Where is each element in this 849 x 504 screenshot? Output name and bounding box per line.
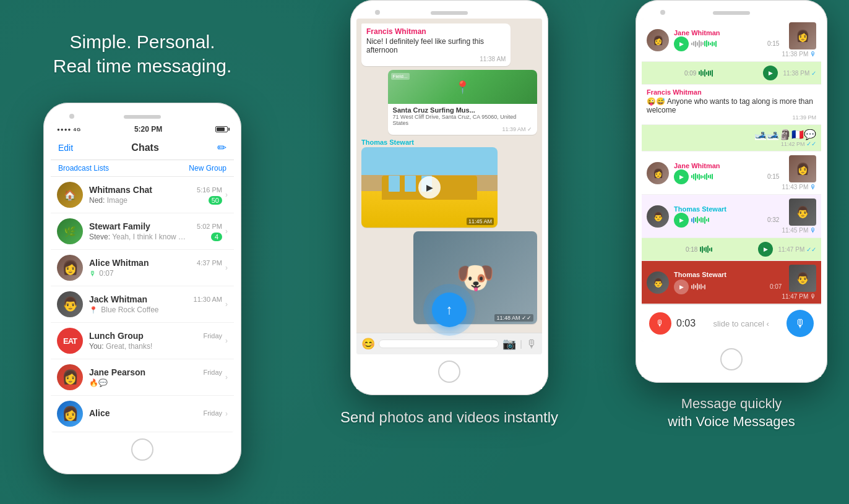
play-button-jane2[interactable]: ▶ [674,169,689,184]
home-button-3[interactable] [720,348,743,370]
home-button-2[interactable] [438,361,460,383]
voice-time: 11:38 PM 🎙 [782,51,816,58]
nav-edit-button[interactable]: Edit [58,143,73,153]
new-group-button[interactable]: New Group [189,164,226,173]
avatar: 👩 [647,29,669,51]
chevron-icon: › [225,409,228,418]
chat-input-field[interactable] [379,340,499,348]
chat-header-row: Stewart Family 5:02 PM [89,221,222,231]
voice-message-outgoing2: 0:18 ▶ 11:47 PM ✓✓ [642,238,821,261]
play-button-out2[interactable]: ▶ [758,242,773,257]
emoji-icon[interactable]: 😊 [361,337,375,351]
avatar: EAT [57,328,83,354]
voice-content: Jane Whitman ▶ 0:15 [674,29,779,51]
voice-time-thomas1: 11:45 PM 🎙 [782,227,816,234]
chat-content: Whitmans Chat 5:16 PM Ned: Image 50 [89,185,222,205]
camera-icon[interactable]: 📷 [502,337,516,351]
phone1-speaker [124,115,161,119]
phone3-top [642,6,821,19]
voice-content-thomas1: Thomas Stewart ▶ 0:32 [674,205,779,228]
right-caption-text: Message quicklywith Voice Messages [668,395,795,430]
voice-waveform: ▶ 0:15 [674,36,779,51]
phone1-frame: ●●●● 4G 5:20 PM Edit Chats ✏ [43,103,241,474]
list-item[interactable]: 👩 Alice Whitman 4:37 PM 🎙 0:07 › [51,250,234,286]
phone3-frame: 👩 Jane Whitman ▶ 0:15 [636,0,827,383]
phone1-camera [69,114,74,119]
voice-sender: Jane Whitman [674,29,779,36]
chat-content: Alice Whitman 4:37 PM 🎙 0:07 [89,258,222,278]
location-address: 71 West Cliff Drive, Santa Cruz, CA 9506… [393,114,532,126]
list-item[interactable]: 👩 Alice Friday › [51,396,234,432]
home-button[interactable] [131,438,153,461]
broadcast-lists-button[interactable]: Broadcast Lists [58,164,109,173]
list-item[interactable]: 🏠 Whitmans Chat 5:16 PM Ned: Image 50 [51,177,234,213]
list-item[interactable]: EAT Lunch Group Friday You: Great, thank… [51,323,234,359]
chat-time: Friday [203,369,222,376]
tagline-line2: Real time messaging. [53,54,231,78]
chat-name: Lunch Group [89,331,144,341]
francis-text: 😜😅 Anyone who wants to tag along is more… [647,97,816,114]
avatar: 🏠 [57,182,83,208]
chat-header-row: Lunch Group Friday [89,331,222,341]
list-item[interactable]: 👩 Jane Pearson Friday 🔥💬 › [51,359,234,396]
chat-time: Friday [203,409,222,417]
status-time: 5:20 PM [134,125,162,134]
voice-duration-thomas1: 0:32 [767,216,779,223]
play-button-icon[interactable]: ▶ [418,176,441,199]
emoji-content: 🎿🎿🗿🇫🇷💬 [754,129,816,140]
play-button-thomas1[interactable]: ▶ [674,213,689,228]
avatar: 👩 [57,255,83,281]
voice-waveform-out: 0:09 ▶ 11:38 PM ✓ [647,66,816,80]
location-message: 📍 Field... Santa Cruz Surfing Mus... 71 … [388,70,537,135]
status-left: ●●●● 4G [57,127,81,132]
list-item[interactable]: 🌿 Stewart Family 5:02 PM Steve: Yeah, I … [51,213,234,250]
phone3-container: 👩 Jane Whitman ▶ 0:15 [636,0,827,383]
voice-duration-out2: 0:18 [686,246,697,253]
chat-preview-row: You: Great, thanks! [89,342,222,351]
battery-icon [215,126,228,132]
list-item[interactable]: 👨 Jack Whitman 11:30 AM 📍 Blue Rock Coff… [51,286,234,323]
main-layout: Simple. Personal. Real time messaging. ●… [0,0,849,504]
chat-name: Alice [89,408,110,418]
location-title: Santa Cruz Surfing Mus... [393,106,532,114]
play-button-thomas2[interactable]: ▶ [674,280,689,294]
chevron-icon: › [225,190,228,199]
mic-input-icon[interactable]: 🎙 [526,338,537,351]
avatar-thomas2: 👨 [647,271,669,294]
voice-duration-thomas2: 0:07 [770,283,782,290]
voice-photo-thomas2: 👨 [789,265,816,292]
play-button[interactable]: ▶ [674,36,689,51]
status-right [215,126,228,132]
divider: | [520,339,522,349]
francis-text-message: Francis Whitman 😜😅 Anyone who wants to t… [642,85,821,125]
voice-message-row-thomas1: 👨 Thomas Stewart ▶ 0:32 [642,195,821,238]
upload-button[interactable]: ↑ [432,293,467,327]
video-time: 11:45 AM [467,218,494,225]
message-time: 11:38 AM [366,56,506,62]
nav-title: Chats [131,142,158,153]
chat-time: 5:02 PM [197,223,222,230]
voice-photo-jane2: 👩 [789,155,816,182]
signal-indicator: ●●●● 4G [57,127,81,132]
phone2-speaker [431,11,468,15]
middle-section: Francis Whitman Nice! I definitely feel … [285,0,614,504]
chat-name: Jane Pearson [89,367,145,377]
nav-bar: Edit Chats ✏ [51,136,234,160]
waveform-jane2 [691,172,765,182]
voice-message-row-outgoing: 0:09 ▶ 11:38 PM ✓ [642,62,821,85]
phone2-container: Francis Whitman Nice! I definitely feel … [350,0,548,395]
chat-content: Lunch Group Friday You: Great, thanks! [89,331,222,351]
chat-header-row: Alice Friday [89,408,222,418]
tagline-line1: Simple. Personal. [53,30,231,54]
play-button-out[interactable]: ▶ [763,66,778,80]
phone3-camera [660,10,665,15]
voice-content-jane2: Jane Whitman ▶ 0:15 [674,162,779,184]
chat-preview: 🎙 0:07 [89,269,114,278]
mic-large-button[interactable]: 🎙 [787,310,814,337]
emoji-message: 🎿🎿🗿🇫🇷💬 11:42 PM ✓✓ [642,125,821,152]
compose-button[interactable]: ✏ [217,141,226,155]
recording-bar: 🎙 0:03 slide to cancel ‹ 🎙 [642,304,821,342]
chevron-icon: › [225,263,228,272]
phone1-container: ●●●● 4G 5:20 PM Edit Chats ✏ [43,103,241,474]
voice-time-out2: 11:47 PM ✓✓ [778,246,816,253]
